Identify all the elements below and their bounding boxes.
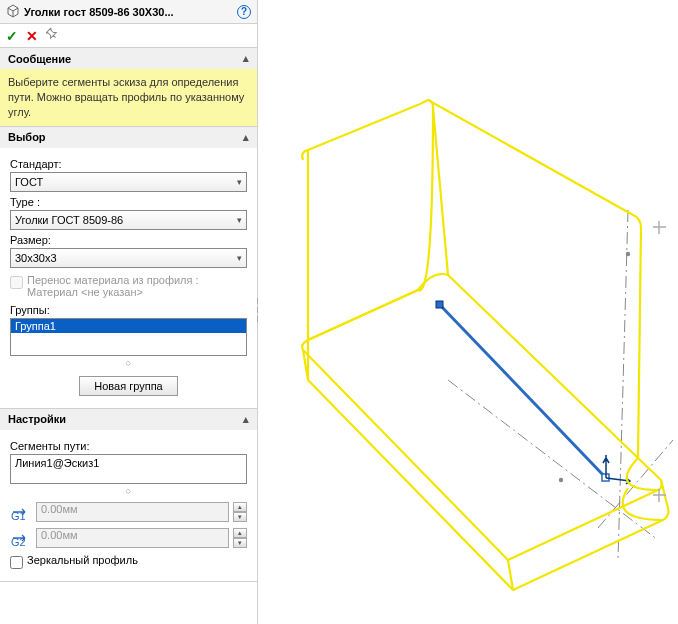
message-text: Выберите сегменты эскиза для определения… xyxy=(0,69,257,126)
section-header-settings[interactable]: Настройки ▴ xyxy=(0,409,257,430)
offset-g2-icon: G2 xyxy=(10,529,32,547)
section-title-settings: Настройки xyxy=(8,413,66,425)
section-title-message: Сообщение xyxy=(8,53,71,65)
new-group-button[interactable]: Новая группа xyxy=(79,376,177,396)
groups-label: Группы: xyxy=(10,304,247,316)
offset-g2-spin-up[interactable]: ▴ xyxy=(233,528,247,538)
panel-title: Уголки гост 8509-86 30X30... xyxy=(24,6,237,18)
chevron-up-icon: ▴ xyxy=(243,52,249,65)
chevron-down-icon: ▾ xyxy=(237,177,242,187)
section-header-message[interactable]: Сообщение ▴ xyxy=(0,48,257,69)
graphics-viewport[interactable] xyxy=(258,0,678,624)
type-value: Уголки ГОСТ 8509-86 xyxy=(15,214,237,226)
mirror-profile-checkbox[interactable] xyxy=(10,556,23,569)
path-segment-item[interactable]: Линия1@Эскиз1 xyxy=(15,457,242,469)
standard-label: Стандарт: xyxy=(10,158,247,170)
size-value: 30x30x3 xyxy=(15,252,237,264)
feature-cube-icon xyxy=(6,4,20,20)
cancel-button[interactable]: ✕ xyxy=(26,28,38,44)
groups-listbox[interactable]: Группа1 xyxy=(10,318,247,356)
standard-dropdown[interactable]: ГОСТ ▾ xyxy=(10,172,247,192)
offset-g1-spin-down[interactable]: ▾ xyxy=(233,512,247,522)
pin-button[interactable] xyxy=(46,28,58,43)
groups-selected-item[interactable]: Группа1 xyxy=(11,319,246,333)
list-resize-handle[interactable]: ○ xyxy=(10,358,247,368)
offset-g2-value xyxy=(41,529,224,541)
size-dropdown[interactable]: 30x30x3 ▾ xyxy=(10,248,247,268)
section-header-selection[interactable]: Выбор ▴ xyxy=(0,127,257,148)
material-transfer-checkbox xyxy=(10,276,23,289)
action-bar: ✓ ✕ xyxy=(0,24,257,48)
chevron-down-icon: ▾ xyxy=(237,253,242,263)
section-title-selection: Выбор xyxy=(8,131,46,143)
ok-button[interactable]: ✓ xyxy=(6,28,18,44)
offset-g1-input[interactable] xyxy=(36,502,229,522)
size-label: Размер: xyxy=(10,234,247,246)
svg-text:G1: G1 xyxy=(11,510,26,521)
offset-g1-spin-up[interactable]: ▴ xyxy=(233,502,247,512)
material-transfer-label: Перенос материала из профиля : Материал … xyxy=(27,274,247,298)
path-segments-label: Сегменты пути: xyxy=(10,440,247,452)
svg-point-4 xyxy=(626,252,630,256)
standard-value: ГОСТ xyxy=(15,176,237,188)
list-resize-handle[interactable]: ○ xyxy=(10,486,247,496)
mirror-profile-label: Зеркальный профиль xyxy=(27,554,138,566)
offset-g2-spin-down[interactable]: ▾ xyxy=(233,538,247,548)
type-dropdown[interactable]: Уголки ГОСТ 8509-86 ▾ xyxy=(10,210,247,230)
properties-scroll[interactable]: Сообщение ▴ Выберите сегменты эскиза для… xyxy=(0,48,257,624)
offset-g1-icon: G1 xyxy=(10,503,32,521)
type-label: Type : xyxy=(10,196,247,208)
offset-g2-input[interactable] xyxy=(36,528,229,548)
path-segments-listbox[interactable]: Линия1@Эскиз1 xyxy=(10,454,247,484)
offset-g1-value xyxy=(41,503,224,515)
svg-text:G2: G2 xyxy=(11,536,26,547)
svg-point-5 xyxy=(559,478,563,482)
help-icon[interactable]: ? xyxy=(237,5,251,19)
svg-rect-2 xyxy=(436,301,443,308)
chevron-up-icon: ▴ xyxy=(243,131,249,144)
chevron-down-icon: ▾ xyxy=(237,215,242,225)
panel-header: Уголки гост 8509-86 30X30... ? xyxy=(0,0,257,24)
chevron-up-icon: ▴ xyxy=(243,413,249,426)
